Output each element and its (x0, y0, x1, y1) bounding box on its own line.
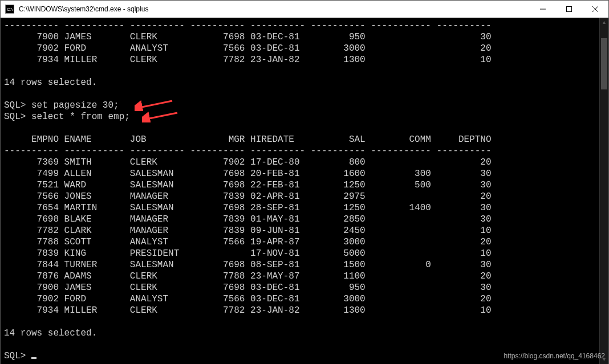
cmd-window: C:\ C:\WINDOWS\system32\cmd.exe - sqlplu… (0, 0, 609, 364)
terminal-output[interactable]: ---------- ----------- ---------- ------… (1, 18, 599, 364)
cmd-icon: C:\ (5, 5, 14, 14)
scroll-up-arrow[interactable]: ▲ (600, 18, 608, 27)
scroll-thumb[interactable] (601, 38, 607, 89)
close-button[interactable] (582, 1, 608, 18)
watermark-text: https://blog.csdn.net/qq_4168462 (504, 352, 605, 360)
svg-rect-1 (567, 7, 572, 12)
cursor (31, 357, 36, 359)
minimize-button[interactable] (530, 1, 556, 18)
titlebar[interactable]: C:\ C:\WINDOWS\system32\cmd.exe - sqlplu… (1, 1, 608, 18)
window-controls (530, 1, 608, 18)
window-title: C:\WINDOWS\system32\cmd.exe - sqlplus (18, 1, 530, 18)
maximize-button[interactable] (556, 1, 582, 18)
vertical-scrollbar[interactable]: ▲ ▼ (599, 18, 608, 364)
